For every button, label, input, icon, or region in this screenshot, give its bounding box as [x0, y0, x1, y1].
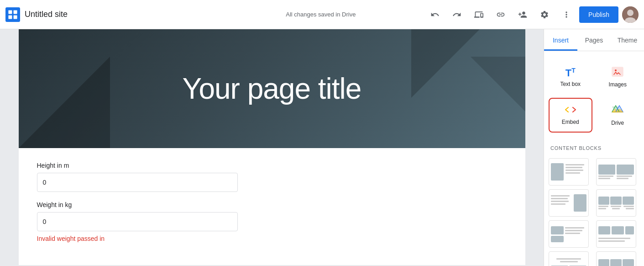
insert-embed[interactable]: Embed [549, 98, 592, 133]
svg-rect-8 [612, 67, 623, 76]
sites-logo-icon [5, 7, 20, 22]
content-block-7[interactable] [549, 251, 589, 266]
error-message: Invalid weight passed in [37, 235, 507, 242]
page-container: Your page title Height in m Weight in kg… [19, 29, 525, 265]
tab-insert[interactable]: Insert [544, 29, 577, 51]
link-button[interactable] [492, 5, 510, 24]
weight-form-group: Weight in kg Invalid weight passed in [37, 201, 507, 242]
content-block-8[interactable] [596, 251, 636, 266]
canvas-area[interactable]: Your page title Height in m Weight in kg… [0, 29, 544, 266]
svg-rect-3 [8, 15, 12, 19]
user-avatar-icon [622, 6, 639, 23]
add-editor-button[interactable] [513, 5, 532, 24]
site-title: Untitled site [25, 10, 68, 19]
content-blocks-label: CONTENT BLOCKS [549, 144, 639, 154]
panel-tabs: Insert Pages Theme [544, 29, 644, 51]
images-label: Images [609, 81, 627, 88]
weight-input[interactable] [37, 212, 238, 231]
height-label: Height in m [37, 162, 507, 169]
settings-button[interactable] [535, 5, 554, 24]
insert-panel-content: TT Text box Images [544, 51, 644, 266]
drive-icon [612, 104, 623, 117]
gear-icon [540, 10, 549, 19]
insert-images[interactable]: Images [596, 60, 640, 94]
content-blocks-grid [549, 158, 639, 266]
hero-shape3 [471, 57, 525, 112]
preview-icon [474, 10, 483, 19]
embed-label: Embed [562, 119, 579, 125]
content-block-6[interactable] [596, 220, 636, 248]
hero-shape1 [19, 57, 110, 148]
hero-banner: Your page title [19, 29, 525, 148]
tab-pages[interactable]: Pages [577, 29, 611, 51]
redo-button[interactable] [448, 5, 466, 24]
insert-text-box[interactable]: TT Text box [549, 60, 592, 94]
svg-rect-0 [5, 7, 20, 22]
undo-icon [430, 10, 440, 19]
form-area: Height in m Weight in kg Invalid weight … [19, 148, 525, 265]
add-person-icon [518, 10, 527, 19]
svg-rect-4 [14, 15, 17, 19]
content-block-2[interactable] [596, 158, 636, 186]
svg-rect-2 [14, 10, 17, 14]
height-input[interactable] [37, 173, 238, 192]
header-left: Untitled site [5, 7, 216, 22]
avatar[interactable] [622, 6, 639, 23]
svg-point-6 [627, 10, 634, 16]
publish-button[interactable]: Publish [579, 6, 618, 23]
images-icon [612, 67, 623, 79]
more-vert-icon [562, 10, 571, 19]
app-header: Untitled site All changes saved in Drive [0, 0, 644, 29]
hero-title: Your page title [183, 72, 361, 106]
embed-icon [565, 105, 576, 116]
link-icon [496, 10, 505, 19]
insert-items-grid: TT Text box Images [549, 60, 639, 133]
tab-theme[interactable]: Theme [611, 29, 644, 51]
save-status: All changes saved in Drive [216, 11, 426, 18]
height-form-group: Height in m [37, 162, 507, 192]
hero-shape2 [411, 29, 480, 98]
text-box-icon: TT [565, 67, 576, 78]
text-box-label: Text box [560, 81, 581, 87]
content-block-5[interactable] [549, 220, 589, 248]
svg-point-9 [615, 69, 617, 71]
content-block-3[interactable] [549, 189, 589, 217]
insert-drive[interactable]: Drive [596, 98, 640, 133]
drive-label: Drive [611, 120, 624, 126]
svg-rect-1 [8, 10, 12, 14]
right-panel: Insert Pages Theme TT Text box [544, 29, 644, 266]
main-layout: Your page title Height in m Weight in kg… [0, 29, 644, 266]
undo-button[interactable] [426, 5, 444, 24]
more-options-button[interactable] [557, 5, 576, 24]
header-right: Publish [426, 5, 639, 24]
preview-button[interactable] [470, 5, 488, 24]
content-block-1[interactable] [549, 158, 589, 186]
content-block-4[interactable] [596, 189, 636, 217]
redo-icon [452, 10, 461, 19]
weight-label: Weight in kg [37, 201, 507, 208]
